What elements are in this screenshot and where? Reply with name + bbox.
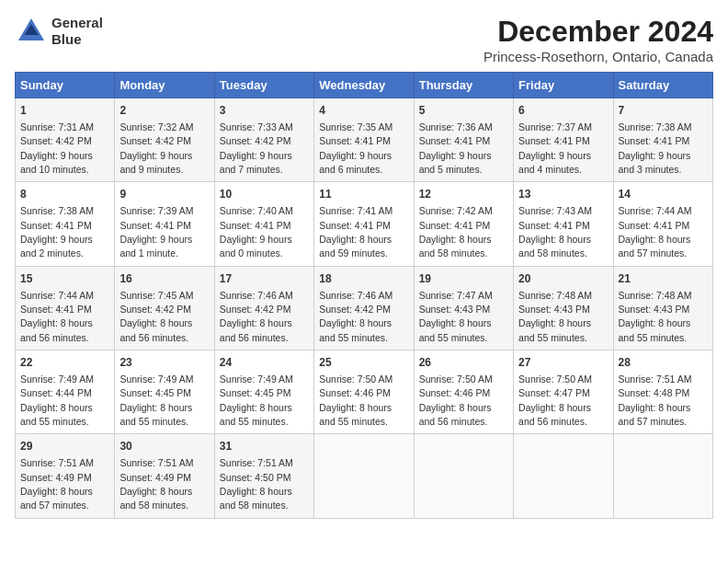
day-number: 7 — [619, 103, 708, 119]
calendar-title: December 2024 — [483, 15, 713, 49]
day-info: Sunrise: 7:38 AM Sunset: 4:41 PM Dayligh… — [20, 205, 94, 259]
day-info: Sunrise: 7:45 AM Sunset: 4:42 PM Dayligh… — [119, 290, 193, 343]
day-info: Sunrise: 7:40 AM Sunset: 4:41 PM Dayligh… — [220, 205, 293, 259]
calendar-table: Sunday Monday Tuesday Wednesday Thursday… — [15, 72, 713, 519]
day-number: 11 — [319, 187, 408, 202]
day-info: Sunrise: 7:48 AM Sunset: 4:43 PM Dayligh… — [518, 290, 592, 343]
day-cell: 15 Sunrise: 7:44 AM Sunset: 4:41 PM Dayl… — [16, 266, 115, 350]
header-row: Sunday Monday Tuesday Wednesday Thursday… — [16, 73, 713, 98]
day-info: Sunrise: 7:51 AM Sunset: 4:48 PM Dayligh… — [619, 373, 692, 427]
col-saturday: Saturday — [613, 73, 712, 98]
day-cell: 4 Sunrise: 7:35 AM Sunset: 4:41 PM Dayli… — [314, 98, 414, 182]
day-info: Sunrise: 7:43 AM Sunset: 4:41 PM Dayligh… — [518, 205, 592, 259]
day-cell: 1 Sunrise: 7:31 AM Sunset: 4:42 PM Dayli… — [16, 98, 115, 182]
day-number: 21 — [619, 271, 708, 287]
day-info: Sunrise: 7:51 AM Sunset: 4:50 PM Dayligh… — [220, 457, 293, 511]
day-cell: 10 Sunrise: 7:40 AM Sunset: 4:41 PM Dayl… — [214, 182, 313, 266]
day-info: Sunrise: 7:47 AM Sunset: 4:43 PM Dayligh… — [419, 290, 493, 343]
day-cell: 21 Sunrise: 7:48 AM Sunset: 4:43 PM Dayl… — [613, 266, 712, 350]
day-number: 31 — [220, 439, 309, 454]
day-cell: 29 Sunrise: 7:51 AM Sunset: 4:49 PM Dayl… — [16, 434, 115, 518]
day-number: 1 — [20, 103, 109, 119]
day-cell — [613, 434, 712, 518]
day-info: Sunrise: 7:36 AM Sunset: 4:41 PM Dayligh… — [419, 121, 493, 175]
header: General Blue December 2024 Princess-Rose… — [15, 15, 713, 64]
day-cell: 14 Sunrise: 7:44 AM Sunset: 4:41 PM Dayl… — [613, 182, 712, 266]
day-number: 27 — [518, 355, 608, 371]
day-number: 25 — [319, 355, 408, 371]
day-number: 15 — [20, 271, 109, 287]
day-cell: 3 Sunrise: 7:33 AM Sunset: 4:42 PM Dayli… — [214, 98, 313, 182]
day-cell: 31 Sunrise: 7:51 AM Sunset: 4:50 PM Dayl… — [214, 434, 313, 518]
day-number: 29 — [20, 439, 109, 454]
week-row-4: 22 Sunrise: 7:49 AM Sunset: 4:44 PM Dayl… — [16, 350, 713, 434]
day-cell: 2 Sunrise: 7:32 AM Sunset: 4:42 PM Dayli… — [115, 98, 214, 182]
day-info: Sunrise: 7:49 AM Sunset: 4:45 PM Dayligh… — [119, 373, 193, 427]
day-number: 17 — [220, 271, 309, 287]
day-info: Sunrise: 7:51 AM Sunset: 4:49 PM Dayligh… — [119, 457, 193, 511]
day-info: Sunrise: 7:48 AM Sunset: 4:43 PM Dayligh… — [619, 290, 692, 343]
col-wednesday: Wednesday — [314, 73, 414, 98]
day-info: Sunrise: 7:39 AM Sunset: 4:41 PM Dayligh… — [119, 205, 193, 259]
day-info: Sunrise: 7:33 AM Sunset: 4:42 PM Dayligh… — [220, 121, 293, 175]
day-number: 30 — [119, 439, 209, 454]
day-number: 20 — [518, 271, 608, 287]
day-number: 18 — [319, 271, 408, 287]
day-info: Sunrise: 7:35 AM Sunset: 4:41 PM Dayligh… — [319, 121, 392, 175]
day-info: Sunrise: 7:50 AM Sunset: 4:46 PM Dayligh… — [319, 373, 392, 427]
day-info: Sunrise: 7:41 AM Sunset: 4:41 PM Dayligh… — [319, 205, 392, 259]
day-number: 23 — [119, 355, 209, 371]
day-info: Sunrise: 7:42 AM Sunset: 4:41 PM Dayligh… — [419, 205, 493, 259]
day-number: 26 — [419, 355, 508, 371]
week-row-5: 29 Sunrise: 7:51 AM Sunset: 4:49 PM Dayl… — [16, 434, 713, 518]
day-cell — [314, 434, 414, 518]
day-number: 12 — [419, 187, 508, 202]
day-number: 4 — [319, 103, 408, 119]
day-cell: 12 Sunrise: 7:42 AM Sunset: 4:41 PM Dayl… — [414, 182, 513, 266]
col-tuesday: Tuesday — [214, 73, 313, 98]
day-cell: 26 Sunrise: 7:50 AM Sunset: 4:46 PM Dayl… — [414, 350, 513, 434]
day-number: 6 — [518, 103, 608, 119]
day-number: 28 — [619, 355, 708, 371]
day-info: Sunrise: 7:49 AM Sunset: 4:44 PM Dayligh… — [20, 373, 94, 427]
day-number: 13 — [518, 187, 608, 202]
day-cell: 8 Sunrise: 7:38 AM Sunset: 4:41 PM Dayli… — [16, 182, 115, 266]
col-friday: Friday — [514, 73, 613, 98]
day-cell: 11 Sunrise: 7:41 AM Sunset: 4:41 PM Dayl… — [314, 182, 414, 266]
day-cell — [514, 434, 613, 518]
week-row-1: 1 Sunrise: 7:31 AM Sunset: 4:42 PM Dayli… — [16, 98, 713, 182]
day-info: Sunrise: 7:49 AM Sunset: 4:45 PM Dayligh… — [220, 373, 293, 427]
day-info: Sunrise: 7:31 AM Sunset: 4:42 PM Dayligh… — [20, 121, 94, 175]
day-info: Sunrise: 7:46 AM Sunset: 4:42 PM Dayligh… — [220, 290, 293, 343]
title-block: December 2024 Princess-Rosethorn, Ontari… — [483, 15, 713, 64]
logo-text: General Blue — [51, 15, 103, 48]
day-cell: 18 Sunrise: 7:46 AM Sunset: 4:42 PM Dayl… — [314, 266, 414, 350]
day-info: Sunrise: 7:44 AM Sunset: 4:41 PM Dayligh… — [619, 205, 692, 259]
col-thursday: Thursday — [414, 73, 513, 98]
svg-rect-2 — [22, 35, 40, 39]
day-cell: 22 Sunrise: 7:49 AM Sunset: 4:44 PM Dayl… — [16, 350, 115, 434]
day-cell: 19 Sunrise: 7:47 AM Sunset: 4:43 PM Dayl… — [414, 266, 513, 350]
day-number: 16 — [119, 271, 209, 287]
logo: General Blue — [15, 15, 103, 48]
day-number: 2 — [119, 103, 209, 119]
day-cell: 13 Sunrise: 7:43 AM Sunset: 4:41 PM Dayl… — [514, 182, 613, 266]
day-cell: 17 Sunrise: 7:46 AM Sunset: 4:42 PM Dayl… — [214, 266, 313, 350]
week-row-2: 8 Sunrise: 7:38 AM Sunset: 4:41 PM Dayli… — [16, 182, 713, 266]
day-number: 14 — [619, 187, 708, 202]
day-info: Sunrise: 7:32 AM Sunset: 4:42 PM Dayligh… — [119, 121, 193, 175]
col-sunday: Sunday — [16, 73, 115, 98]
day-info: Sunrise: 7:50 AM Sunset: 4:46 PM Dayligh… — [419, 373, 493, 427]
page-container: General Blue December 2024 Princess-Rose… — [15, 15, 713, 519]
day-info: Sunrise: 7:50 AM Sunset: 4:47 PM Dayligh… — [518, 373, 592, 427]
day-cell: 7 Sunrise: 7:38 AM Sunset: 4:41 PM Dayli… — [613, 98, 712, 182]
day-cell: 16 Sunrise: 7:45 AM Sunset: 4:42 PM Dayl… — [115, 266, 214, 350]
week-row-3: 15 Sunrise: 7:44 AM Sunset: 4:41 PM Dayl… — [16, 266, 713, 350]
day-cell: 9 Sunrise: 7:39 AM Sunset: 4:41 PM Dayli… — [115, 182, 214, 266]
day-number: 3 — [220, 103, 309, 119]
day-cell: 30 Sunrise: 7:51 AM Sunset: 4:49 PM Dayl… — [115, 434, 214, 518]
day-cell: 5 Sunrise: 7:36 AM Sunset: 4:41 PM Dayli… — [414, 98, 513, 182]
day-number: 19 — [419, 271, 508, 287]
day-cell: 25 Sunrise: 7:50 AM Sunset: 4:46 PM Dayl… — [314, 350, 414, 434]
day-number: 9 — [119, 187, 209, 202]
